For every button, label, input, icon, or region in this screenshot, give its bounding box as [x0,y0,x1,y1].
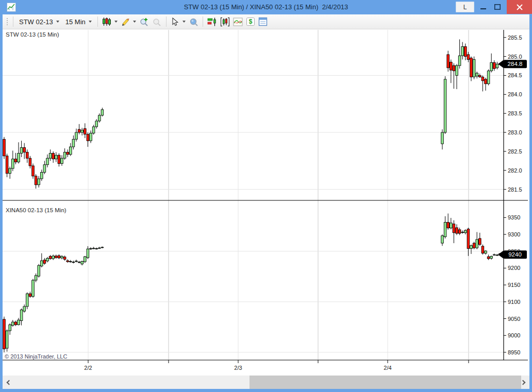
candle-body [35,276,37,280]
candle-body [441,132,444,144]
copyright-text: © 2013 NinjaTrader, LLC [5,353,67,360]
candle-body [487,71,490,84]
candle-body [41,172,43,179]
candle-body [3,319,6,349]
close-button[interactable] [507,0,532,14]
candle-body [447,223,450,228]
candle-body [490,257,493,259]
candle-body [63,152,66,158]
separator [203,16,203,27]
candle-body [23,148,26,152]
candle-body [470,246,473,249]
zoom-out-icon [152,17,162,27]
x-tick-label: 2/3 [234,365,242,371]
candle-body [12,159,14,168]
y-tick-label: 284.0 [508,91,522,97]
charts-button[interactable] [219,16,231,28]
y-tick-label: 9000 [508,332,520,338]
candle-body [92,127,95,133]
maximize-icon [494,4,501,10]
candle-body [52,154,55,159]
properties-button[interactable] [257,16,269,27]
maximize-button[interactable] [491,0,504,14]
interval-label: 15 Min [65,18,86,26]
candle-body [481,77,484,80]
candle-body [6,156,8,174]
scrollbar-thumb[interactable] [250,376,521,389]
toolbar-grip[interactable] [6,18,8,26]
candle-body [43,165,46,173]
drawing-tools-pencil-icon [121,17,130,26]
candle-body [75,261,78,262]
candle-body [87,134,89,141]
y-tick-label: 9100 [508,299,520,305]
candle-body [66,152,69,154]
candle-body [493,62,496,69]
y-tick-label: 9050 [508,316,520,322]
candle-body [70,261,72,262]
candle-body [38,265,40,276]
candle-body [461,46,464,56]
y-tick-label: 283.5 [508,110,522,116]
y-tick-label: 284.5 [508,72,522,78]
candle-body [101,110,104,115]
candle-body [78,129,80,132]
panel-title-stw: STW 02-13 (15 Min) [6,31,59,38]
chevron-right-icon [521,380,526,385]
candle-body [481,246,484,253]
candle-body [450,62,453,70]
charts-icon [220,17,230,27]
candle-body [87,249,89,258]
window-title: STW 02-13 (15 Min) / XINA50 02-13 (15 Mi… [0,0,532,14]
candle-body [14,322,17,325]
candle-body [61,257,63,258]
separator [13,16,13,27]
candle-body [485,251,487,253]
title-bar[interactable]: STW 02-13 (15 Min) / XINA50 02-13 (15 Mi… [0,0,532,14]
interval-dropdown[interactable]: 15 Min [62,16,95,27]
chevron-down-icon [114,21,118,23]
cursor-button[interactable] [169,16,187,27]
scroll-left-button[interactable] [3,376,14,389]
candle-body [55,256,58,258]
candle-body [461,232,464,232]
candle-body [447,55,450,68]
scroll-right-button[interactable] [518,376,529,389]
layout-button[interactable]: L [456,2,474,12]
drawing-tools-button[interactable] [119,16,138,27]
candle-body [485,79,487,84]
candle-body [464,46,467,56]
candle-body [464,230,467,233]
horizontal-scrollbar[interactable] [3,376,529,389]
chevron-down-icon [133,21,136,23]
chart-trader-button[interactable] [206,16,219,28]
close-icon [517,4,523,10]
y-tick-label: 282.0 [508,167,522,174]
y-tick-label: 9350 [508,214,520,220]
candle-body [456,228,458,233]
indicators-button[interactable] [231,16,244,28]
candle-body [479,238,481,245]
last-price-tag-label: 284.8 [508,61,523,67]
chart-trader-icon [207,17,217,27]
zoom-out-button[interactable] [151,16,163,28]
candle-body [29,158,31,166]
candle-body [46,158,49,165]
candle-body [9,325,11,331]
candle-body [72,139,75,147]
zoom-in-button[interactable] [138,16,151,28]
candle-body [90,249,92,249]
candle-body [12,322,14,326]
account-button[interactable]: $ [244,16,257,27]
chart-style-button[interactable] [101,16,119,27]
candle-body [49,257,52,259]
minimize-button[interactable] [476,0,490,14]
zoom-in-icon [139,17,149,27]
last-price-tag-arrow [498,60,504,68]
data-box-button[interactable] [187,16,200,28]
chart-canvas[interactable]: 285.5285.0284.5284.0283.5283.0282.5282.0… [3,29,529,376]
instrument-dropdown[interactable]: STW 02-13 [16,16,62,27]
candle-body [63,257,66,260]
candle-body [450,223,453,228]
x-tick-label: 2/2 [84,365,92,371]
